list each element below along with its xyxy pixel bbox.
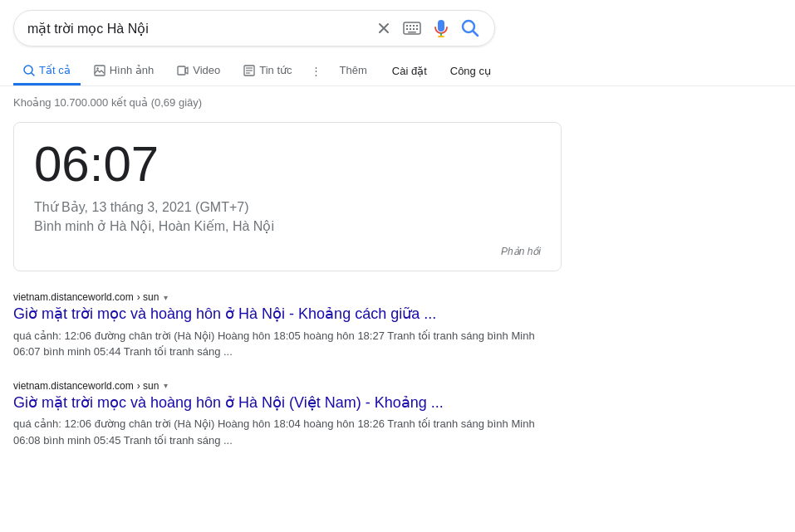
tab-video-label: Video — [193, 64, 220, 76]
voice-search-button[interactable] — [431, 17, 451, 39]
svg-point-17 — [96, 68, 98, 70]
tab-news-label: Tin tức — [259, 64, 292, 76]
result-source: vietnam.distanceworld.com › sun ▾ — [13, 380, 535, 392]
svg-rect-6 — [410, 28, 411, 30]
svg-rect-7 — [413, 28, 415, 30]
svg-rect-2 — [410, 25, 411, 27]
tab-images[interactable]: Hình ảnh — [84, 56, 164, 85]
result-breadcrumb: › sun — [137, 380, 159, 392]
tab-all-label: Tất cả — [39, 64, 71, 76]
time-card: 06:07 Thứ Bảy, 13 tháng 3, 2021 (GMT+7) … — [13, 122, 562, 271]
svg-rect-4 — [416, 25, 418, 27]
results-count: Khoảng 10.700.000 kết quả (0,69 giây) — [0, 86, 795, 115]
svg-rect-16 — [95, 66, 105, 76]
result-breadcrumb: › sun — [137, 291, 159, 303]
result-dropdown-icon[interactable]: ▾ — [164, 381, 168, 390]
result-item: vietnam.distanceworld.com › sun ▾ Giờ mặ… — [0, 373, 548, 461]
svg-rect-9 — [408, 32, 416, 33]
tab-images-label: Hình ảnh — [110, 64, 155, 76]
location-line: Bình minh ở Hà Nội, Hoàn Kiếm, Hà Nội — [34, 218, 541, 234]
search-tab-icon — [23, 63, 35, 76]
tab-news[interactable]: Tin tức — [233, 56, 302, 85]
keyboard-button[interactable] — [401, 20, 423, 37]
tab-more[interactable]: Thêm — [330, 57, 377, 85]
svg-rect-8 — [416, 28, 418, 30]
feedback-link[interactable]: Phản hồi — [501, 246, 541, 257]
result-source: vietnam.distanceworld.com › sun ▾ — [13, 291, 535, 303]
result-snippet: quá cảnh: 12:06 đường chân trời (Hà Nội)… — [13, 416, 535, 448]
tools-link[interactable]: Công cụ — [442, 58, 499, 84]
search-bar: mặt trời mọc Hà Nội — [13, 10, 495, 46]
search-submit-button[interactable] — [459, 17, 481, 39]
search-query-text: mặt trời mọc Hà Nội — [27, 21, 368, 37]
video-tab-icon — [177, 63, 189, 76]
image-tab-icon — [94, 63, 106, 76]
svg-rect-3 — [413, 25, 415, 27]
header: mặt trời mọc Hà Nội — [0, 0, 795, 46]
search-tabs: Tất cả Hình ảnh Video — [0, 50, 795, 86]
tab-video[interactable]: Video — [167, 56, 230, 85]
result-title[interactable]: Giờ mặt trời mọc và hoàng hôn ở Hà Nội -… — [13, 305, 535, 324]
date-line: Thứ Bảy, 13 tháng 3, 2021 (GMT+7) — [34, 199, 541, 215]
svg-rect-5 — [406, 28, 408, 30]
news-tab-icon — [243, 63, 255, 76]
svg-line-15 — [32, 73, 34, 76]
svg-rect-18 — [178, 66, 185, 75]
more-separator: ⋮ — [306, 58, 326, 84]
tab-more-label: Thêm — [340, 64, 367, 76]
clear-button[interactable] — [375, 19, 393, 37]
settings-link[interactable]: Cài đặt — [384, 58, 435, 84]
svg-line-13 — [474, 32, 478, 37]
search-icon-group — [375, 17, 481, 39]
result-item: vietnam.distanceworld.com › sun ▾ Giờ mặ… — [0, 285, 548, 373]
result-domain: vietnam.distanceworld.com — [13, 291, 134, 303]
result-title[interactable]: Giờ mặt trời mọc và hoàng hôn ở Hà Nội (… — [13, 393, 535, 412]
tools-label: Công cụ — [450, 65, 491, 77]
tab-all[interactable]: Tất cả — [13, 56, 81, 85]
result-dropdown-icon[interactable]: ▾ — [164, 293, 168, 302]
result-snippet: quá cảnh: 12:06 đường chân trời (Hà Nội)… — [13, 328, 535, 360]
time-display: 06:07 — [34, 139, 541, 189]
feedback-row: Phản hồi — [34, 244, 541, 257]
result-domain: vietnam.distanceworld.com — [13, 380, 134, 392]
svg-rect-1 — [406, 25, 408, 27]
settings-label: Cài đặt — [392, 65, 427, 77]
